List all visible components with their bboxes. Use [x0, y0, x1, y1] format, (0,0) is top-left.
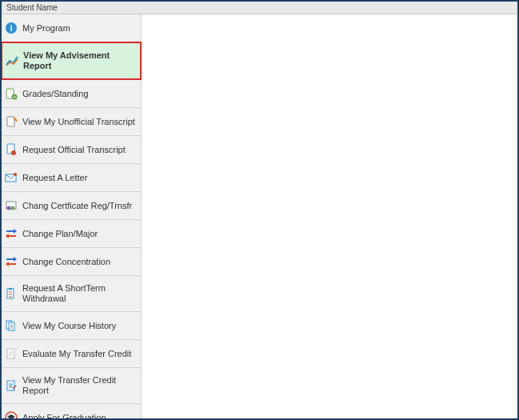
svg-point-7	[11, 150, 16, 155]
report-icon	[5, 379, 18, 392]
svg-marker-16	[6, 262, 9, 266]
main-content	[142, 14, 517, 418]
sidebar-item-label: View My Advisement Report	[23, 50, 135, 71]
grad-icon	[5, 411, 18, 418]
svg-point-11	[7, 206, 11, 210]
sidebar-item-label: Grades/Standing	[22, 89, 89, 99]
svg-marker-14	[6, 234, 9, 238]
svg-point-9	[14, 173, 17, 176]
letter-icon	[5, 171, 18, 184]
sidebar-item-chang-certficate-reg-trnsfr[interactable]: Chang Certficate Reg/Trnsfr	[2, 192, 141, 220]
sidebar-item-view-my-advisement-report[interactable]: View My Advisement Report	[2, 42, 142, 80]
sidebar-item-change-concentration[interactable]: Change Concentration	[2, 248, 141, 276]
sidebar-item-request-a-letter[interactable]: Request A Letter	[2, 164, 141, 192]
sidebar-nav: iMy ProgramView My Advisement ReportGrad…	[2, 14, 142, 418]
svg-point-12	[11, 206, 15, 210]
sidebar-item-label: Change Concentration	[22, 257, 110, 267]
sidebar-item-request-a-shortterm-withdrawal[interactable]: Request A ShortTerm Withdrawal	[2, 276, 141, 312]
sidebar-item-my-program[interactable]: iMy Program	[2, 14, 141, 42]
app-window: Student Name iMy ProgramView My Adviseme…	[0, 0, 519, 420]
chart-icon	[6, 54, 18, 67]
window-body: iMy ProgramView My Advisement ReportGrad…	[2, 14, 517, 418]
sidebar-item-evaluate-my-transfer-credit[interactable]: Evaluate My Transfer Credit	[2, 340, 141, 368]
transcript-official-icon	[5, 143, 18, 156]
swap-icon	[5, 255, 18, 268]
sidebar-item-label: Request Official Transcript	[22, 145, 126, 155]
withdrawal-icon	[5, 287, 18, 300]
header-title: Student Name	[6, 3, 58, 12]
sidebar-item-label: Request A Letter	[22, 173, 87, 183]
swap-icon	[5, 227, 18, 240]
svg-marker-15	[14, 257, 17, 262]
svg-rect-18	[9, 288, 12, 290]
certificate-icon	[5, 199, 18, 212]
window-header: Student Name	[2, 2, 517, 14]
sidebar-item-label: Apply For Graduation	[22, 413, 106, 419]
sidebar-item-label: Change Plan/Major	[22, 229, 98, 239]
sidebar-item-label: View My Unofficial Transcript	[22, 117, 135, 127]
sidebar-item-label: Request A ShortTerm Withdrawal	[22, 283, 136, 304]
sidebar-item-label: My Program	[22, 23, 70, 34]
sidebar-item-grades-standing[interactable]: Grades/Standing	[2, 80, 141, 108]
sidebar-item-label: View My Course History	[22, 321, 116, 331]
transcript-unofficial-icon	[5, 115, 18, 128]
evaluate-icon	[5, 347, 18, 360]
info-icon: i	[5, 22, 18, 34]
sidebar-item-label: Evaluate My Transfer Credit	[22, 349, 131, 359]
sidebar-item-view-my-unofficial-transcript[interactable]: View My Unofficial Transcript	[2, 108, 141, 136]
history-icon	[5, 319, 18, 332]
sidebar-item-label: View My Transfer Credit Report	[22, 375, 136, 396]
sidebar-item-view-my-transfer-credit-report[interactable]: View My Transfer Credit Report	[2, 368, 141, 404]
svg-marker-24	[7, 414, 15, 418]
sidebar-item-apply-for-graduation[interactable]: Apply For Graduation	[2, 404, 141, 418]
sidebar-item-label: Chang Certficate Reg/Trnsfr	[22, 201, 132, 211]
svg-marker-13	[14, 229, 17, 234]
sidebar-item-view-my-course-history[interactable]: View My Course History	[2, 312, 141, 340]
sidebar-item-change-plan-major[interactable]: Change Plan/Major	[2, 220, 141, 248]
grades-icon	[5, 87, 18, 100]
svg-text:i: i	[10, 23, 12, 33]
sidebar-item-request-official-transcript[interactable]: Request Official Transcript	[2, 136, 141, 164]
